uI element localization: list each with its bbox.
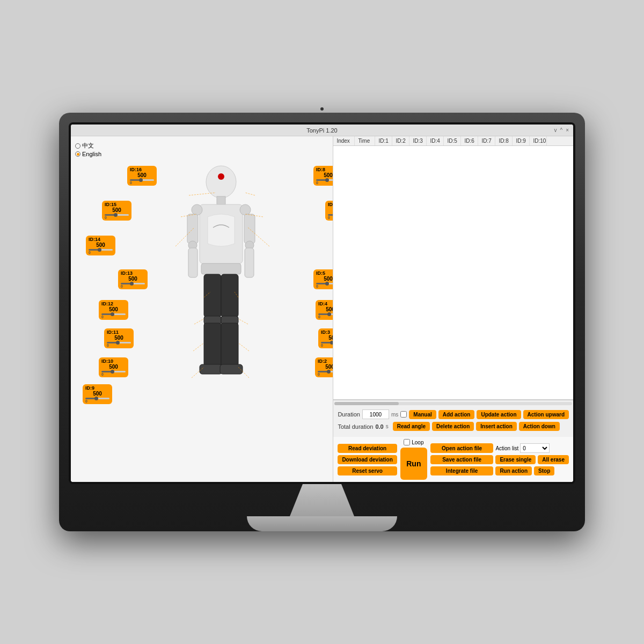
th-id1: ID:1 [375,136,392,145]
radio-english [75,151,80,157]
svg-rect-14 [221,274,238,317]
lang-chinese[interactable]: 中文 [75,142,101,150]
servo-box-id9: ID:9 500 0 [83,384,112,404]
total-duration-label: Total duration [338,423,373,430]
svg-rect-12 [201,264,241,274]
th-id6: ID:6 [461,136,478,145]
th-id3: ID:3 [409,136,427,145]
erase-single-button[interactable]: Erase single [495,455,536,464]
svg-rect-19 [200,364,222,374]
title-bar-controls: v ^ × [554,127,569,133]
svg-line-25 [194,319,204,324]
duration-row: Duration ms Manual Add action Update act… [338,409,569,419]
servo-box-id5: ID:5 500 0 [313,269,333,289]
action-upward-button[interactable]: Action upward [523,410,569,419]
svg-rect-2 [217,196,225,204]
erase-buttons: Erase single All erase [495,455,569,464]
servo-box-id4: ID:4 500 0 [316,300,333,320]
servo-box-id10: ID:10 500 0 [99,357,128,377]
th-index: Index [333,136,355,145]
minimize-button[interactable]: v [554,127,557,133]
window-title: TonyPi 1.20 [306,127,337,134]
read-angle-button[interactable]: Read angle [393,422,430,431]
svg-line-33 [238,343,249,351]
svg-rect-10 [188,248,197,277]
update-action-button[interactable]: Update action [477,410,521,419]
action-list-select[interactable]: 0 [520,443,550,453]
lang-english-label: English [82,151,101,157]
robot-container [130,152,312,464]
open-action-file-button[interactable]: Open action file [430,443,494,453]
servo-box-id2: ID:2 500 0 [315,357,333,377]
total-duration-value: 0.0 [375,423,383,430]
scrollbar-track [334,402,572,405]
loop-checkbox[interactable] [404,439,410,445]
integrate-file-button[interactable]: Integrate file [430,466,494,475]
svg-line-26 [193,343,204,351]
table-header: Index Time ID:1 ID:2 ID:3 ID:4 ID:5 ID:6… [333,136,573,146]
lang-english[interactable]: English [75,151,101,157]
svg-point-4 [192,204,202,215]
duration-label: Duration [338,411,360,418]
total-duration-unit: s [386,423,389,429]
th-id5: ID:5 [444,136,461,145]
webcam [320,107,324,111]
svg-point-1 [218,173,224,180]
run-stop-buttons: Run action Stop [495,466,569,475]
stop-button[interactable]: Stop [534,466,554,475]
run-action-button[interactable]: Run action [495,466,532,475]
svg-rect-7 [244,214,255,244]
servo-box-id16: ID:16 500 0 [127,166,157,186]
title-bar: TonyPi 1.20 v ^ × [71,125,573,136]
th-id2: ID:2 [392,136,409,145]
servo-box-id12: ID:12 500 0 [99,300,128,320]
servo-box-id11: ID:11 500 0 [104,328,134,348]
servo-box-id13: ID:13 500 0 [118,269,148,289]
right-panel: Index Time ID:1 ID:2 ID:3 ID:4 ID:5 ID:6… [333,136,573,482]
manual-button[interactable]: Manual [409,410,436,419]
table-scrollbar[interactable] [333,400,573,406]
loop-label: Loop [412,440,423,445]
duration-input[interactable] [362,409,389,419]
close-button[interactable]: × [566,127,569,133]
add-action-button[interactable]: Add action [438,410,475,419]
th-id4: ID:4 [427,136,444,145]
monitor-stand-base [247,516,397,531]
th-id8: ID:8 [495,136,513,145]
scrollbar-thumb[interactable] [334,402,399,405]
bottom-buttons-section: Read deviation Download deviation Reset … [333,437,573,482]
run-button[interactable]: Run [400,448,427,480]
th-id7: ID:7 [478,136,495,145]
read-deviation-button[interactable]: Read deviation [338,444,397,453]
servo-box-id15: ID:15 500 0 [102,201,131,221]
delete-action-button[interactable]: Delete action [432,422,474,431]
svg-line-28 [245,193,255,195]
svg-rect-20 [220,364,243,374]
svg-rect-18 [221,323,238,366]
reset-servo-button[interactable]: Reset servo [338,466,397,475]
table-body [333,146,573,397]
screen-bezel: TonyPi 1.20 v ^ × 中文 [69,122,575,484]
monitor-stand-neck [290,484,354,516]
app-window: TonyPi 1.20 v ^ × 中文 [71,125,573,482]
action-down-button[interactable]: Action down [519,422,560,431]
all-erase-button[interactable]: All erase [538,455,569,464]
app-content: 中文 English [71,136,573,482]
download-deviation-button[interactable]: Download deviation [338,455,397,464]
save-action-file-button[interactable]: Save action file [430,455,494,464]
language-selector: 中文 English [75,142,101,158]
run-column: Loop Run [400,439,427,480]
left-buttons-column: Read deviation Download deviation Reset … [338,444,397,475]
servo-box-id14: ID:14 500 0 [86,236,115,255]
maximize-button[interactable]: ^ [560,127,562,133]
monitor-outer: TonyPi 1.20 v ^ × 中文 [59,113,585,531]
duration-checkbox[interactable] [400,411,407,418]
svg-line-32 [238,319,248,324]
loop-row: Loop [404,439,423,445]
controls-area: Duration ms Manual Add action Update act… [333,406,573,437]
insert-action-button[interactable]: Insert action [476,422,516,431]
robot-svg [130,152,312,464]
svg-rect-13 [204,274,221,317]
radio-chinese [75,143,80,149]
th-id9: ID:9 [513,136,530,145]
